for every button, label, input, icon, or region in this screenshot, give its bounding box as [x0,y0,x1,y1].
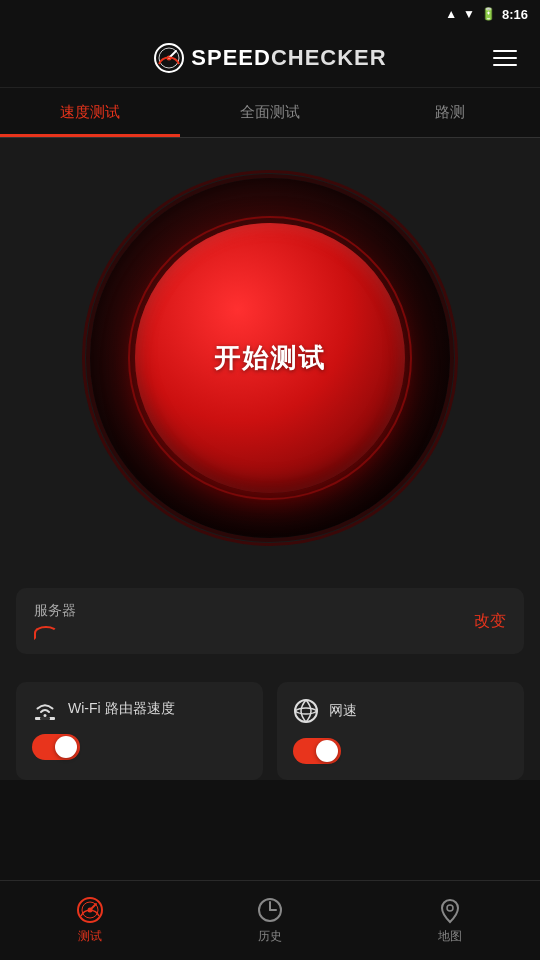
signal-icon: ▲ [445,7,457,21]
nav-item-map[interactable]: 地图 [360,896,540,945]
nav-item-history[interactable]: 历史 [180,896,360,945]
start-test-label: 开始测试 [214,341,326,376]
tab-full-test[interactable]: 全面测试 [180,88,360,137]
network-toggle-knob [316,740,338,762]
wifi-card-icon [32,698,58,720]
menu-bar-1 [493,50,517,52]
wifi-status-icon: ▼ [463,7,475,21]
main-content: 开始测试 服务器 改变 Wi-Fi 路由器速度 [0,138,540,780]
svg-line-10 [90,904,96,910]
menu-bar-3 [493,64,517,66]
server-section: 服务器 改变 [16,588,524,654]
logo-text: SPEEDCHECKER [191,45,386,71]
status-bar: ▲ ▼ 🔋 8:16 [0,0,540,28]
battery-icon: 🔋 [481,7,496,21]
svg-point-6 [295,700,317,722]
network-toggle-card: 网速 [277,682,524,780]
svg-point-14 [447,905,453,911]
menu-button[interactable] [488,45,522,71]
menu-bar-2 [493,57,517,59]
wifi-card-label: Wi-Fi 路由器速度 [68,700,175,718]
wifi-card-header: Wi-Fi 路由器速度 [32,698,247,720]
nav-map-icon [436,896,464,924]
tab-road-test[interactable]: 路测 [360,88,540,137]
wifi-toggle-switch[interactable] [32,734,80,760]
nav-test-label: 测试 [78,928,102,945]
nav-history-icon [256,896,284,924]
speedometer-logo-icon [153,42,185,74]
start-test-button[interactable]: 开始测试 [135,223,405,493]
tab-speed-test[interactable]: 速度测试 [0,88,180,137]
network-toggle-switch[interactable] [293,738,341,764]
server-loading-icon [34,626,58,640]
logo-speed-text: SPEED [191,45,271,70]
nav-history-label: 历史 [258,928,282,945]
wifi-toggle-card: Wi-Fi 路由器速度 [16,682,263,780]
nav-item-test[interactable]: 测试 [0,896,180,945]
server-info: 服务器 [34,602,76,640]
logo-checker-text: CHECKER [271,45,387,70]
header: SPEEDCHECKER [0,28,540,88]
nav-test-icon [76,896,104,924]
server-label: 服务器 [34,602,76,620]
status-time: 8:16 [502,7,528,22]
toggle-section: Wi-Fi 路由器速度 网速 [16,682,524,780]
network-card-label: 网速 [329,702,357,720]
server-change-button[interactable]: 改变 [474,611,506,632]
logo: SPEEDCHECKER [153,42,386,74]
nav-map-label: 地图 [438,928,462,945]
speedometer-area: 开始测试 [0,138,540,578]
network-card-header: 网速 [293,698,508,724]
globe-card-icon [293,698,319,724]
svg-rect-5 [40,717,50,720]
tab-bar: 速度测试 全面测试 路测 [0,88,540,138]
bottom-nav: 测试 历史 地图 [0,880,540,960]
outer-ring: 开始测试 [90,178,450,538]
wifi-toggle-knob [55,736,77,758]
